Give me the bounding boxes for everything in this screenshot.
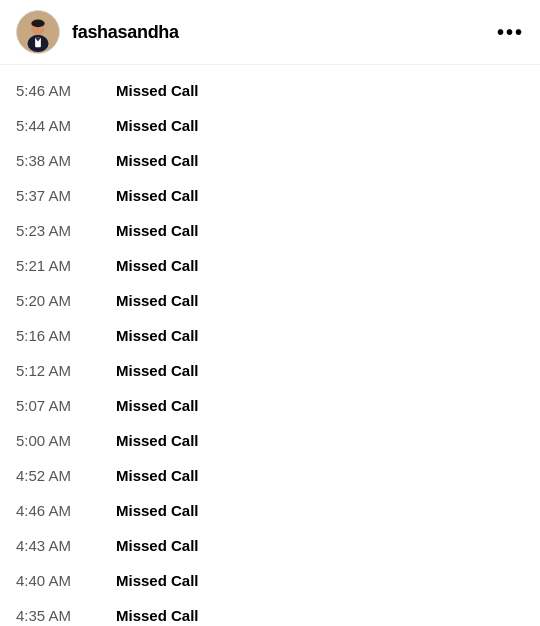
call-time: 5:00 AM xyxy=(16,432,116,449)
call-label: Missed Call xyxy=(116,467,199,484)
call-item[interactable]: 5:21 AMMissed Call xyxy=(0,248,540,283)
call-time: 4:46 AM xyxy=(16,502,116,519)
call-time: 4:40 AM xyxy=(16,572,116,589)
call-time: 5:23 AM xyxy=(16,222,116,239)
call-item[interactable]: 5:07 AMMissed Call xyxy=(0,388,540,423)
call-time: 4:52 AM xyxy=(16,467,116,484)
call-time: 5:44 AM xyxy=(16,117,116,134)
call-time: 5:16 AM xyxy=(16,327,116,344)
call-label: Missed Call xyxy=(116,397,199,414)
call-time: 4:35 AM xyxy=(16,607,116,624)
header-left: fashasandha xyxy=(16,10,179,54)
call-item[interactable]: 4:35 AMMissed Call xyxy=(0,598,540,626)
call-item[interactable]: 5:38 AMMissed Call xyxy=(0,143,540,178)
call-time: 5:37 AM xyxy=(16,187,116,204)
call-label: Missed Call xyxy=(116,537,199,554)
call-label: Missed Call xyxy=(116,152,199,169)
call-item[interactable]: 4:40 AMMissed Call xyxy=(0,563,540,598)
more-options-icon[interactable]: ••• xyxy=(497,21,524,44)
call-label: Missed Call xyxy=(116,327,199,344)
call-item[interactable]: 5:20 AMMissed Call xyxy=(0,283,540,318)
call-label: Missed Call xyxy=(116,117,199,134)
call-time: 5:20 AM xyxy=(16,292,116,309)
call-label: Missed Call xyxy=(116,432,199,449)
call-label: Missed Call xyxy=(116,362,199,379)
call-label: Missed Call xyxy=(116,222,199,239)
call-time: 5:38 AM xyxy=(16,152,116,169)
call-time: 4:43 AM xyxy=(16,537,116,554)
call-item[interactable]: 5:46 AMMissed Call xyxy=(0,73,540,108)
call-item[interactable]: 5:23 AMMissed Call xyxy=(0,213,540,248)
call-item[interactable]: 5:12 AMMissed Call xyxy=(0,353,540,388)
call-label: Missed Call xyxy=(116,257,199,274)
call-item[interactable]: 4:46 AMMissed Call xyxy=(0,493,540,528)
call-item[interactable]: 4:52 AMMissed Call xyxy=(0,458,540,493)
call-time: 5:07 AM xyxy=(16,397,116,414)
username-label: fashasandha xyxy=(72,22,179,43)
call-item[interactable]: 5:00 AMMissed Call xyxy=(0,423,540,458)
call-item[interactable]: 5:37 AMMissed Call xyxy=(0,178,540,213)
call-list: 5:46 AMMissed Call5:44 AMMissed Call5:38… xyxy=(0,65,540,626)
call-label: Missed Call xyxy=(116,292,199,309)
call-label: Missed Call xyxy=(116,607,199,624)
call-time: 5:46 AM xyxy=(16,82,116,99)
avatar[interactable] xyxy=(16,10,60,54)
call-label: Missed Call xyxy=(116,502,199,519)
call-item[interactable]: 5:44 AMMissed Call xyxy=(0,108,540,143)
svg-point-4 xyxy=(31,20,44,28)
call-time: 5:21 AM xyxy=(16,257,116,274)
call-label: Missed Call xyxy=(116,82,199,99)
call-label: Missed Call xyxy=(116,187,199,204)
call-label: Missed Call xyxy=(116,572,199,589)
call-item[interactable]: 5:16 AMMissed Call xyxy=(0,318,540,353)
header: fashasandha ••• xyxy=(0,0,540,65)
call-time: 5:12 AM xyxy=(16,362,116,379)
call-item[interactable]: 4:43 AMMissed Call xyxy=(0,528,540,563)
